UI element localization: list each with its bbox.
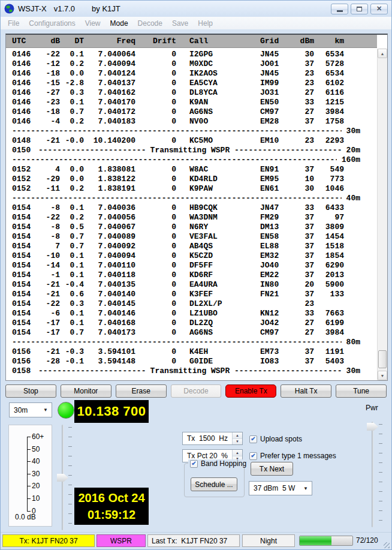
pwr-label: Pwr <box>366 404 378 412</box>
tune-button[interactable]: Tune <box>336 384 387 398</box>
table-scrollbar[interactable]: ▲ ▼ <box>377 49 387 380</box>
decode-row[interactable]: 0146-270.37.0401620DL8YCAJO31276116 <box>6 88 377 98</box>
menu-help: Help <box>193 18 218 29</box>
progress-label: 72/120 <box>356 536 378 545</box>
header-grid: Grid <box>260 37 297 46</box>
decode-row[interactable]: 0146-40.27.0401830NV0OEM28371758 <box>6 117 377 127</box>
spin-up-icon[interactable]: ▲ <box>233 450 242 456</box>
halt-tx-button[interactable]: Halt Tx <box>281 384 331 398</box>
slider-thumb[interactable] <box>367 423 378 431</box>
decode-row[interactable]: 0154-170.17.0401680DL2ZQJO42276199 <box>6 318 377 328</box>
maximize-button[interactable] <box>351 4 368 14</box>
menu-file: File <box>3 18 24 29</box>
spin-up-icon[interactable]: ▲ <box>233 432 242 439</box>
enable-tx-button[interactable]: Enable Tx <box>225 384 276 398</box>
chevron-down-icon: ▼ <box>303 486 308 491</box>
decode-row[interactable]: 015240.01.8380810W8ACEN9137549 <box>6 165 377 175</box>
band-separator-row: ----------------------------------------… <box>6 127 377 136</box>
spin-down-icon[interactable]: ▼ <box>233 439 242 445</box>
tx-status-light <box>58 402 74 419</box>
tx-next-button[interactable]: Tx Next <box>251 462 293 476</box>
decode-row[interactable]: 0146-180.07.0401240IK2AOSJN45236534 <box>6 69 377 79</box>
erase-button[interactable]: Erase <box>116 384 167 398</box>
menu-view: View <box>80 18 105 29</box>
decode-rows: 0146-220.17.0400640I2GPGJN453065340146-1… <box>6 49 377 380</box>
scroll-down-icon: ▼ <box>381 374 385 378</box>
minimize-button[interactable] <box>331 4 348 14</box>
header-call: Call <box>189 37 260 46</box>
close-icon: ✕ <box>376 5 382 12</box>
decode-row[interactable]: 0152-290.01.8381220KD4RLDEM9510773 <box>6 175 377 184</box>
monitor-button[interactable]: Monitor <box>61 384 111 398</box>
close-button[interactable]: ✕ <box>370 4 388 14</box>
decode-table: UTC dB DT Freq Drift Call Grid dBm km 01… <box>5 34 388 381</box>
checkbox-checked-icon <box>249 452 257 460</box>
app-icon <box>4 4 14 14</box>
header-utc: UTC <box>12 37 38 46</box>
decode-row[interactable]: 0154-80.17.0400360HB9CQKJN47336433 <box>6 203 377 213</box>
decode-row[interactable]: 0154-60.17.0401460LZ1UBOKN12337663 <box>6 309 377 318</box>
rx-level-meter: 60+50403020100 0.0 dB <box>8 425 52 527</box>
titlebar: WSJT-X v1.7.0 by K1JT ✕ <box>1 1 391 17</box>
scrollbar-thumb[interactable] <box>378 350 387 368</box>
checkbox-checked-icon <box>249 435 257 443</box>
decode-row[interactable]: 0154-170.77.0401730AG6NSCM97273984 <box>6 328 377 338</box>
schedule-button[interactable]: Schedule ... <box>191 477 237 491</box>
decode-row[interactable]: 0154-220.27.0400560WA3DNMFM293797 <box>6 213 377 223</box>
window-title-version: v1.7.0 <box>54 4 75 13</box>
transmit-row: 0150------------------------------------… <box>6 146 377 155</box>
slider-thumb[interactable] <box>57 474 68 482</box>
rx-gain-slider[interactable] <box>56 423 74 531</box>
slider-track <box>372 422 373 527</box>
band-hopping-checkbox[interactable]: Band Hopping <box>188 459 248 468</box>
last-tx-panel: Last Tx: K1JT FN20 37 <box>147 534 240 547</box>
minimize-icon <box>337 10 343 12</box>
progress-fill <box>300 536 331 545</box>
window-title-author: by K1JT <box>92 4 120 13</box>
scroll-up-button[interactable]: ▲ <box>378 49 387 58</box>
decode-row[interactable]: 0146-15-2.87.0401370EA5CYAIM99236102 <box>6 79 377 88</box>
band-separator-row: ----------------------------------------… <box>6 194 377 203</box>
decode-row[interactable]: 0154-80.57.0400670N6RYDM13373809 <box>6 223 377 232</box>
decode-row[interactable]: 0154-21-0.47.0401350EA4URAIN80205900 <box>6 280 377 290</box>
mode-panel: WSPR <box>97 534 146 547</box>
decode-row[interactable]: 0146-230.17.0401700K9ANEN50331215 <box>6 98 377 107</box>
decode-row[interactable]: 0146-180.77.0401720AG6NSCM97273984 <box>6 107 377 117</box>
decode-row[interactable]: 0156-28-0.13.5941480G0IDEIO83375403 <box>6 357 377 366</box>
decode-row[interactable]: 0146-120.27.0400940M0XDCJO01375728 <box>6 59 377 69</box>
decode-row[interactable]: 0154-100.17.0400940K5CZDEM32371854 <box>6 251 377 261</box>
prefer-type1-checkbox[interactable]: Prefer type 1 messages <box>249 452 336 460</box>
band-separator-row: ----------------------------------------… <box>6 155 377 165</box>
header-db: dB <box>38 37 60 46</box>
header-freq: Freq <box>84 37 135 46</box>
power-select[interactable]: 37 dBm 5 W ▼ <box>249 481 312 495</box>
checkbox-checked-icon <box>190 460 198 468</box>
decode-row[interactable]: 015470.77.0400920AB4QSEL88371518 <box>6 242 377 251</box>
band-select[interactable]: 30m ▼ <box>9 402 52 417</box>
resize-grip-icon[interactable] <box>384 542 390 548</box>
decode-row[interactable]: 0146-220.17.0400640I2GPGJN45306534 <box>6 50 377 59</box>
statusbar: Tx: K1JT FN20 37 WSPR Last Tx: K1JT FN20… <box>1 532 391 550</box>
maximize-icon <box>357 7 362 11</box>
decode-row[interactable]: 0154-10.17.0401180KD6RFEM22372013 <box>6 271 377 280</box>
upload-spots-checkbox[interactable]: Upload spots <box>249 435 302 443</box>
header-dbm: dBm <box>297 37 314 46</box>
tx-frequency-spinbox[interactable]: Tx 1500 Hz ▲▼ <box>182 432 243 445</box>
decode-button: Decode <box>171 384 222 398</box>
decode-row[interactable]: 0152-110.21.8381910K9PAWEN61301046 <box>6 184 377 194</box>
power-select-value: 37 dBm 5 W <box>254 484 295 492</box>
chevron-down-icon: ▼ <box>43 407 48 413</box>
decode-row[interactable]: 0154-210.67.0401400K3FEFFN2137133 <box>6 290 377 299</box>
menu-configurations: Configurations <box>24 18 80 29</box>
meter-value: 0.0 dB <box>15 513 36 521</box>
prefer-type1-label: Prefer type 1 messages <box>260 452 336 460</box>
decode-row[interactable]: 0154-140.17.0401100DF5FFJO40376290 <box>6 261 377 271</box>
decode-row[interactable]: 0156-21-0.33.5941010K4EHEM73371191 <box>6 347 377 357</box>
scroll-down-button[interactable]: ▼ <box>378 371 387 380</box>
decode-row[interactable]: 0154-220.37.0401450DL2XL/P23 <box>6 299 377 309</box>
decode-row[interactable]: 0154-80.77.0400890VE3FALEN58371454 <box>6 232 377 242</box>
decode-row[interactable]: 0148-21-0.010.1402000KC5MOEM10232293 <box>6 136 377 146</box>
stop-button[interactable]: Stop <box>5 384 56 398</box>
pwr-slider[interactable] <box>365 420 385 528</box>
menu-mode[interactable]: Mode <box>105 18 133 29</box>
